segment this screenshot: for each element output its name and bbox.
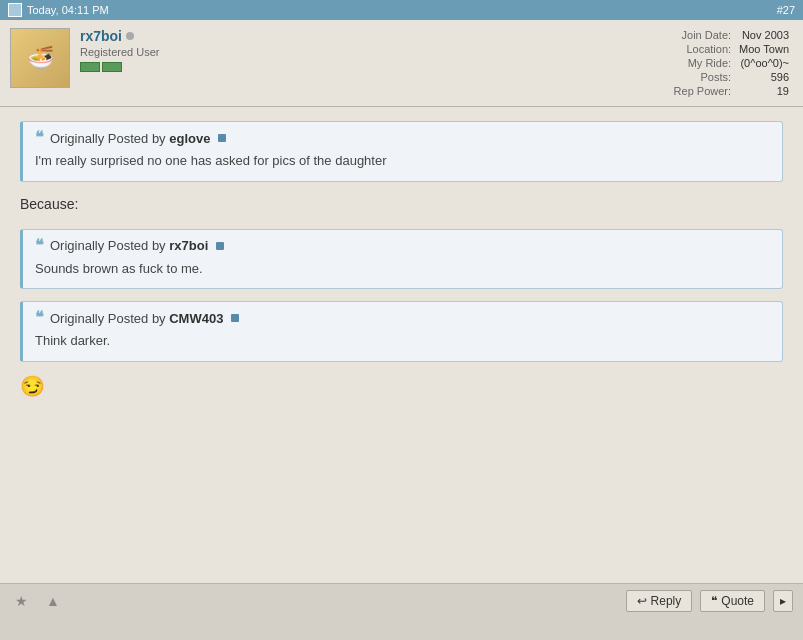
more-icon: ▸ xyxy=(780,594,786,608)
warn-button[interactable]: ▲ xyxy=(41,590,65,612)
user-info: 🍜 rx7boi Registered User xyxy=(10,28,159,88)
reply-arrow-icon: ↩ xyxy=(637,594,647,608)
post-meta: Join Date: Nov 2003 Location: Moo Town M… xyxy=(670,28,793,98)
star-icon: ★ xyxy=(15,593,28,609)
quote-link-icon-3[interactable] xyxy=(231,314,239,322)
avatar-emoji: 🍜 xyxy=(27,45,54,71)
join-value: Nov 2003 xyxy=(735,28,793,42)
quote-header-2: ❝ Originally Posted by rx7boi xyxy=(35,238,770,254)
ride-label: My Ride: xyxy=(670,56,735,70)
star-button[interactable]: ★ xyxy=(10,590,33,612)
user-details: rx7boi Registered User xyxy=(80,28,159,72)
rep-label: Rep Power: xyxy=(670,84,735,98)
quote-box-2: ❝ Originally Posted by rx7boi Sounds bro… xyxy=(20,229,783,290)
quote-text-2: Sounds brown as fuck to me. xyxy=(35,259,770,279)
more-button[interactable]: ▸ xyxy=(773,590,793,612)
posts-label: Posts: xyxy=(670,70,735,84)
quote-icon: ❝ xyxy=(711,594,717,608)
rep-block-1 xyxy=(80,62,100,72)
avatar: 🍜 xyxy=(10,28,70,88)
toolbar-right: ↩ Reply ❝ Quote ▸ xyxy=(626,590,793,612)
top-bar: Today, 04:11 PM #27 xyxy=(0,0,803,20)
username-text: rx7boi xyxy=(80,28,122,44)
location-value: Moo Town xyxy=(735,42,793,56)
quote-text-3: Think darker. xyxy=(35,331,770,351)
quote-author-1: eglove xyxy=(169,131,210,146)
quote-header-3: ❝ Originally Posted by CMW403 xyxy=(35,310,770,326)
reply-button[interactable]: ↩ Reply xyxy=(626,590,693,612)
warn-icon: ▲ xyxy=(46,593,60,609)
join-label: Join Date: xyxy=(670,28,735,42)
location-label: Location: xyxy=(670,42,735,56)
user-role: Registered User xyxy=(80,46,159,58)
rep-value: 19 xyxy=(735,84,793,98)
toolbar-left: ★ ▲ xyxy=(10,590,65,612)
post-datetime: Today, 04:11 PM xyxy=(27,4,109,16)
quote-author-3: CMW403 xyxy=(169,311,223,326)
avatar-image: 🍜 xyxy=(11,29,69,87)
quote-attribution-1: Originally Posted by eglove xyxy=(50,131,210,146)
quote-mark-3: ❝ xyxy=(35,310,44,326)
ride-value: (0^oo^0)~ xyxy=(735,56,793,70)
quote-mark-1: ❝ xyxy=(35,130,44,146)
post-emoji: 😏 xyxy=(20,374,783,398)
quote-box-1: ❝ Originally Posted by eglove I'm really… xyxy=(20,121,783,182)
rep-block-2 xyxy=(102,62,122,72)
quote-text-1: I'm really surprised no one has asked fo… xyxy=(35,151,770,171)
quote-button[interactable]: ❝ Quote xyxy=(700,590,765,612)
post-number: #27 xyxy=(777,4,795,16)
quote-author-2: rx7boi xyxy=(169,238,208,253)
quote-link-icon-1[interactable] xyxy=(218,134,226,142)
page-icon xyxy=(8,3,22,17)
online-status-icon xyxy=(126,32,134,40)
quote-link-icon-2[interactable] xyxy=(216,242,224,250)
reply-label: Reply xyxy=(651,594,682,608)
bottom-toolbar: ★ ▲ ↩ Reply ❝ Quote ▸ xyxy=(0,583,803,618)
quote-header-1: ❝ Originally Posted by eglove xyxy=(35,130,770,146)
quote-label: Quote xyxy=(721,594,754,608)
post-body-text: Because: xyxy=(20,194,783,215)
post-header: 🍜 rx7boi Registered User Join Date: xyxy=(0,20,803,107)
posts-value: 596 xyxy=(735,70,793,84)
quote-attribution-3: Originally Posted by CMW403 xyxy=(50,311,223,326)
rep-bar xyxy=(80,62,159,72)
quote-box-3: ❝ Originally Posted by CMW403 Think dark… xyxy=(20,301,783,362)
main-container: Today, 04:11 PM #27 🍜 rx7boi Registered … xyxy=(0,0,803,618)
post-content: ❝ Originally Posted by eglove I'm really… xyxy=(0,107,803,583)
top-bar-left: Today, 04:11 PM xyxy=(8,3,109,17)
quote-mark-2: ❝ xyxy=(35,238,44,254)
quote-attribution-2: Originally Posted by rx7boi xyxy=(50,238,208,253)
username: rx7boi xyxy=(80,28,159,44)
